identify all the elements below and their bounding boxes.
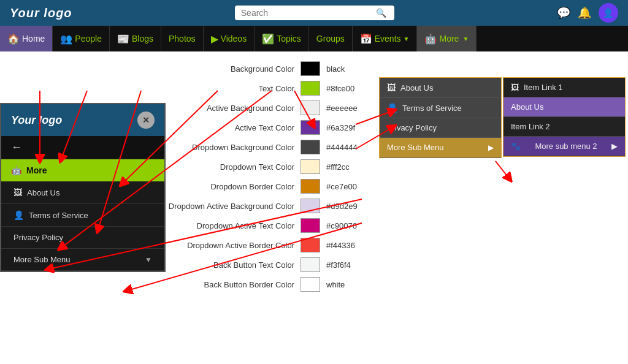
submenu-panel: 🖼 Item Link 1 About Us Item Link 2 🐾 Mor… bbox=[503, 77, 626, 157]
color-label: Active Text Color bbox=[159, 123, 294, 132]
mobile-header: Your logo ✕ bbox=[1, 104, 164, 136]
nav-bar: 🏠 Home 👥 People 📰 Blogs Photos ▶ Videos … bbox=[0, 26, 628, 51]
color-swatch[interactable] bbox=[301, 218, 320, 233]
nav-item-people[interactable]: 👥 People bbox=[53, 26, 110, 51]
nav-item-topics[interactable]: ✅ Topics bbox=[255, 26, 309, 51]
color-row: Background Color black bbox=[159, 61, 628, 76]
home-icon: 🏠 bbox=[7, 33, 20, 45]
back-arrow-icon: ← bbox=[11, 141, 22, 154]
nav-label-events: Events bbox=[375, 34, 401, 44]
dropdown-label-about: About Us bbox=[400, 83, 433, 93]
more-icon: 🤖 bbox=[424, 33, 437, 45]
color-swatch[interactable] bbox=[301, 179, 320, 194]
color-swatch[interactable] bbox=[301, 159, 320, 174]
mobile-label-about: About Us bbox=[27, 188, 59, 197]
main-area: Background Color black Text Color #8fce0… bbox=[0, 51, 628, 364]
mobile-submenu-arrow: ▼ bbox=[145, 256, 152, 264]
nav-item-videos[interactable]: ▶ Videos bbox=[204, 26, 255, 51]
nav-label-topics: Topics bbox=[277, 34, 301, 44]
color-swatch[interactable] bbox=[301, 81, 320, 96]
color-row: Dropdown Border Color #ce7e00 bbox=[159, 179, 628, 194]
color-value: #c90076 bbox=[326, 221, 357, 230]
message-icon[interactable]: 💬 bbox=[557, 6, 570, 20]
color-value: #444444 bbox=[326, 143, 358, 152]
people-icon: 👥 bbox=[60, 33, 72, 45]
dropdown-item-submenu[interactable]: More Sub Menu ▶ bbox=[380, 138, 501, 157]
color-label: Active Background Color bbox=[159, 104, 294, 113]
top-icons: 💬 🔔 👤 bbox=[557, 3, 618, 23]
color-swatch[interactable] bbox=[301, 257, 320, 272]
nav-label-more: More bbox=[439, 34, 459, 44]
dropdown-item-about[interactable]: 🖼 About Us bbox=[380, 78, 501, 98]
tos-icon: 👤 bbox=[387, 103, 397, 113]
bell-icon[interactable]: 🔔 bbox=[578, 6, 591, 20]
mobile-back[interactable]: ← bbox=[1, 136, 164, 159]
close-button[interactable]: ✕ bbox=[137, 112, 155, 129]
color-value: white bbox=[326, 280, 345, 289]
mobile-item-submenu[interactable]: More Sub Menu ▼ bbox=[1, 249, 164, 271]
color-swatch[interactable] bbox=[301, 277, 320, 292]
nav-item-blogs[interactable]: 📰 Blogs bbox=[110, 26, 161, 51]
submenu-item-about[interactable]: About Us bbox=[504, 97, 625, 117]
color-swatch[interactable] bbox=[301, 61, 320, 76]
color-label: Text Color bbox=[159, 84, 294, 93]
color-value: #6a329f bbox=[326, 123, 355, 132]
nav-label-videos: Videos bbox=[221, 34, 247, 44]
color-swatch[interactable] bbox=[301, 120, 320, 135]
color-row: Dropdown Text Color #fff2cc bbox=[159, 159, 628, 174]
color-value: #8fce00 bbox=[326, 84, 354, 93]
color-label: Back Button Text Color bbox=[159, 260, 294, 270]
nav-item-groups[interactable]: Groups bbox=[309, 26, 353, 51]
dropdown-menu: 🖼 About Us 👤 Terms of Service Privacy Po… bbox=[379, 77, 502, 158]
dropdown-label-tos: Terms of Service bbox=[402, 104, 462, 113]
more-arrow: ▼ bbox=[462, 36, 469, 42]
search-input[interactable] bbox=[241, 8, 376, 18]
color-swatch[interactable] bbox=[301, 238, 320, 252]
color-label: Dropdown Active Background Color bbox=[159, 202, 294, 211]
color-label: Back Button Border Color bbox=[159, 280, 294, 289]
nav-label-home: Home bbox=[22, 34, 45, 44]
mobile-item-tos[interactable]: 👤 Terms of Service bbox=[1, 204, 164, 227]
submenu-item-more2[interactable]: 🐾 More sub menu 2 ▶ bbox=[504, 137, 625, 156]
avatar[interactable]: 👤 bbox=[599, 3, 618, 23]
about-icon: 🖼 bbox=[387, 83, 396, 93]
color-row: Dropdown Active Border Color #f44336 bbox=[159, 238, 628, 252]
color-value: #eeeeee bbox=[326, 104, 358, 113]
mobile-about-icon: 🖼 bbox=[13, 188, 22, 197]
mobile-active-item: 🤖 More bbox=[1, 159, 164, 181]
nav-item-events[interactable]: 📅 Events ▼ bbox=[353, 26, 418, 51]
color-row: Dropdown Active Background Color #d9d2e9 bbox=[159, 199, 628, 213]
nav-item-more[interactable]: 🤖 More ▼ bbox=[417, 26, 477, 51]
submenu-label-more2: More sub menu 2 bbox=[535, 142, 597, 151]
submenu-item-link2[interactable]: Item Link 2 bbox=[504, 117, 625, 137]
dropdown-label-submenu: More Sub Menu bbox=[387, 143, 444, 152]
submenu-item-link1[interactable]: 🖼 Item Link 1 bbox=[504, 78, 625, 97]
color-row: Back Button Border Color white bbox=[159, 277, 628, 292]
color-label: Dropdown Background Color bbox=[159, 143, 294, 152]
color-row: Back Button Text Color #f3f6f4 bbox=[159, 257, 628, 272]
dropdown-item-tos[interactable]: 👤 Terms of Service bbox=[380, 98, 501, 118]
color-swatch[interactable] bbox=[301, 100, 320, 115]
more2-arrow: ▶ bbox=[611, 142, 618, 151]
nav-label-blogs: Blogs bbox=[132, 34, 153, 44]
mobile-label-tos: Terms of Service bbox=[29, 211, 88, 220]
dropdown-label-privacy: Privacy Policy bbox=[387, 123, 437, 132]
color-value: #fff2cc bbox=[326, 162, 350, 172]
search-icon[interactable]: 🔍 bbox=[376, 8, 386, 18]
mobile-item-about[interactable]: 🖼 About Us bbox=[1, 181, 164, 204]
mobile-item-privacy[interactable]: Privacy Policy bbox=[1, 227, 164, 249]
color-swatch[interactable] bbox=[301, 199, 320, 213]
nav-item-home[interactable]: 🏠 Home bbox=[0, 26, 53, 51]
nav-item-photos[interactable]: Photos bbox=[161, 26, 204, 51]
search-bar[interactable]: 🔍 bbox=[235, 6, 394, 20]
dropdown-item-privacy[interactable]: Privacy Policy bbox=[380, 118, 501, 138]
color-label: Background Color bbox=[159, 64, 294, 74]
submenu-label-link2: Item Link 2 bbox=[511, 122, 550, 131]
color-label: Dropdown Border Color bbox=[159, 182, 294, 191]
logo-top: Your logo bbox=[10, 6, 72, 20]
color-swatch[interactable] bbox=[301, 140, 320, 154]
mobile-panel: Your logo ✕ ← 🤖 More 🖼 About Us 👤 Terms … bbox=[0, 103, 166, 272]
events-arrow: ▼ bbox=[404, 36, 410, 42]
nav-label-people: People bbox=[75, 34, 102, 44]
events-icon: 📅 bbox=[360, 33, 372, 45]
